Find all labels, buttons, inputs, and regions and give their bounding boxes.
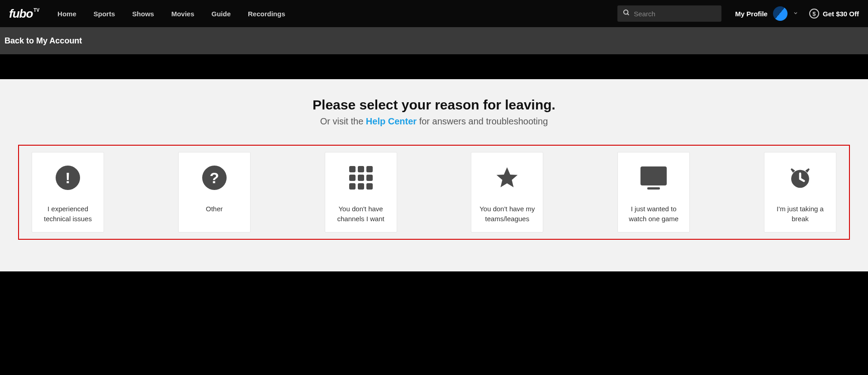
grid-icon: [349, 163, 373, 192]
subheader: Back to My Account: [0, 27, 868, 54]
reason-card-teams[interactable]: You don't have my teams/leagues: [471, 152, 543, 233]
alarm-icon: [786, 163, 814, 192]
search-box[interactable]: [617, 5, 721, 22]
reasons-highlight-box: ! I experienced technical issues ? Other…: [18, 145, 850, 240]
help-center-link[interactable]: Help Center: [366, 116, 417, 126]
page-heading: Please select your reason for leaving.: [0, 97, 868, 113]
question-icon: ?: [202, 163, 227, 192]
reason-label: Other: [206, 204, 223, 214]
svg-marker-2: [497, 167, 518, 187]
monitor-icon: [640, 163, 667, 192]
nav-shows[interactable]: Shows: [132, 10, 154, 18]
search-icon: [623, 9, 630, 18]
chevron-down-icon: [793, 9, 798, 18]
top-nav: fubo TV Home Sports Shows Movies Guide R…: [0, 0, 868, 27]
reason-label: I'm just taking a break: [770, 204, 830, 224]
nav-home[interactable]: Home: [57, 10, 76, 18]
profile-menu[interactable]: My Profile: [735, 6, 798, 21]
nav-sports[interactable]: Sports: [94, 10, 115, 18]
reason-label: I experienced technical issues: [38, 204, 98, 224]
nav-movies[interactable]: Movies: [171, 10, 194, 18]
reason-label: You don't have my teams/leagues: [477, 204, 537, 224]
reason-card-break[interactable]: I'm just taking a break: [764, 152, 836, 233]
promo-label: Get $30 Off: [823, 10, 859, 18]
star-icon: [494, 163, 520, 192]
footer-spacer: [0, 271, 868, 335]
reason-card-channels[interactable]: You don't have channels I want: [325, 152, 397, 233]
svg-point-0: [624, 10, 628, 14]
reason-card-technical-issues[interactable]: ! I experienced technical issues: [32, 152, 104, 233]
logo-superscript: TV: [33, 8, 39, 13]
nav-recordings[interactable]: Recordings: [248, 10, 285, 18]
back-to-account-link[interactable]: Back to My Account: [5, 36, 82, 46]
reason-label: You don't have channels I want: [331, 204, 391, 224]
svg-line-1: [627, 14, 629, 15]
sub-prefix: Or visit the: [320, 116, 366, 126]
exclamation-icon: !: [56, 163, 80, 192]
reason-card-other[interactable]: ? Other: [178, 152, 251, 233]
logo[interactable]: fubo TV: [9, 7, 39, 21]
dollar-icon: $: [809, 9, 819, 19]
avatar: [773, 6, 787, 21]
main-nav: Home Sports Shows Movies Guide Recording…: [57, 10, 617, 18]
spacer: [0, 54, 868, 79]
reason-label: I just wanted to watch one game: [623, 204, 684, 224]
logo-text: fubo: [9, 7, 33, 21]
page-subheading: Or visit the Help Center for answers and…: [0, 116, 868, 127]
content-panel: Please select your reason for leaving. O…: [0, 79, 868, 271]
profile-label: My Profile: [735, 10, 768, 18]
promo-button[interactable]: $ Get $30 Off: [809, 9, 859, 19]
search-input[interactable]: [634, 10, 716, 18]
sub-suffix: for answers and troubleshooting: [417, 116, 548, 126]
nav-guide[interactable]: Guide: [212, 10, 231, 18]
reason-card-one-game[interactable]: I just wanted to watch one game: [617, 152, 690, 233]
